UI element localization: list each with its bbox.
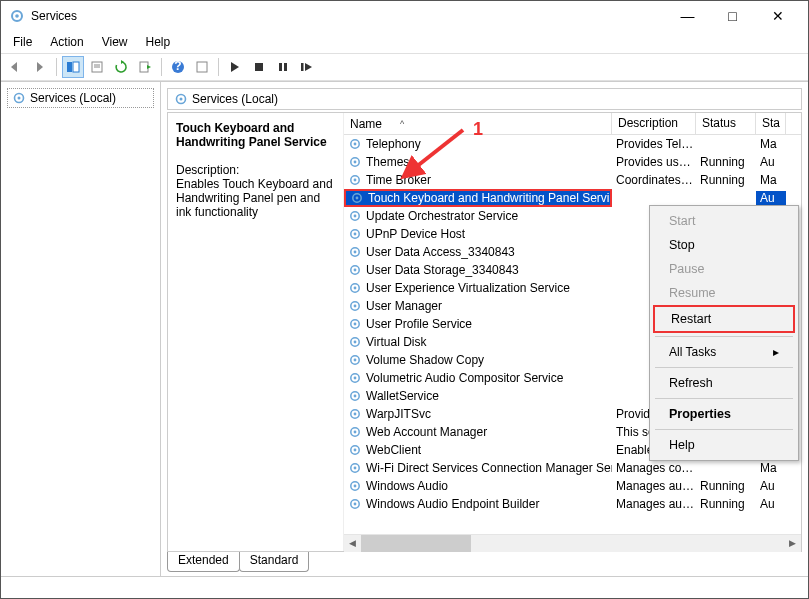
ctx-help[interactable]: Help bbox=[653, 433, 795, 457]
right-body: Touch Keyboard and Handwriting Panel Ser… bbox=[167, 112, 802, 552]
svg-rect-14 bbox=[197, 62, 207, 72]
gear-icon bbox=[348, 137, 362, 151]
minimize-button[interactable]: ― bbox=[665, 2, 710, 30]
column-description[interactable]: Description bbox=[612, 113, 696, 134]
service-name-cell: Volume Shadow Copy bbox=[344, 353, 612, 367]
svg-marker-15 bbox=[231, 62, 239, 72]
toolbar: ? bbox=[1, 53, 808, 81]
service-name-cell: WebClient bbox=[344, 443, 612, 457]
tree-pane: Services (Local) bbox=[1, 82, 161, 576]
gear-icon bbox=[174, 92, 188, 106]
service-name-cell: User Experience Virtualization Service bbox=[344, 281, 612, 295]
svg-point-32 bbox=[356, 197, 359, 200]
ctx-all-tasks[interactable]: All Tasks▸ bbox=[653, 340, 795, 364]
service-row[interactable]: Time BrokerCoordinates…RunningMa bbox=[344, 171, 801, 189]
gear-icon bbox=[348, 317, 362, 331]
scroll-left-button[interactable]: ◀ bbox=[344, 535, 361, 552]
gear-icon bbox=[348, 461, 362, 475]
gear-icon bbox=[348, 389, 362, 403]
ctx-stop[interactable]: Stop bbox=[653, 233, 795, 257]
gear-icon bbox=[348, 371, 362, 385]
service-name-cell: WarpJITSvc bbox=[344, 407, 612, 421]
refresh-button[interactable] bbox=[110, 56, 132, 78]
svg-point-40 bbox=[354, 269, 357, 272]
nav-forward-button[interactable] bbox=[29, 56, 51, 78]
service-name-cell: User Data Storage_3340843 bbox=[344, 263, 612, 277]
column-status[interactable]: Status bbox=[696, 113, 756, 134]
ctx-properties[interactable]: Properties bbox=[653, 402, 795, 426]
menu-action[interactable]: Action bbox=[42, 33, 91, 51]
service-row[interactable]: TelephonyProvides Tel…Ma bbox=[344, 135, 801, 153]
service-row[interactable]: ThemesProvides us…RunningAu bbox=[344, 153, 801, 171]
service-row[interactable]: Windows Audio Endpoint BuilderManages au… bbox=[344, 495, 801, 513]
svg-marker-2 bbox=[11, 62, 17, 72]
column-startup[interactable]: Sta bbox=[756, 113, 786, 134]
ctx-separator bbox=[655, 336, 793, 337]
svg-point-28 bbox=[354, 161, 357, 164]
svg-rect-19 bbox=[301, 63, 304, 71]
window-title: Services bbox=[31, 9, 665, 23]
svg-rect-4 bbox=[67, 62, 72, 72]
horizontal-scrollbar[interactable]: ◀ ▶ bbox=[344, 534, 801, 551]
tab-extended[interactable]: Extended bbox=[167, 552, 240, 572]
selected-service-title: Touch Keyboard and Handwriting Panel Ser… bbox=[176, 121, 335, 149]
pause-service-button[interactable] bbox=[272, 56, 294, 78]
menu-file[interactable]: File bbox=[5, 33, 40, 51]
svg-point-26 bbox=[354, 143, 357, 146]
stop-service-button[interactable] bbox=[248, 56, 270, 78]
service-row[interactable]: Windows AudioManages au…RunningAu bbox=[344, 477, 801, 495]
scroll-thumb[interactable] bbox=[361, 535, 471, 552]
svg-rect-18 bbox=[284, 63, 287, 71]
service-status-cell: Running bbox=[696, 497, 756, 511]
svg-marker-11 bbox=[147, 65, 151, 69]
ctx-restart[interactable]: Restart bbox=[653, 305, 795, 333]
service-status-cell: Running bbox=[696, 155, 756, 169]
gear-icon bbox=[348, 443, 362, 457]
help-button-2[interactable] bbox=[191, 56, 213, 78]
gear-icon bbox=[12, 91, 26, 105]
service-startup-cell: Au bbox=[756, 191, 786, 205]
help-button[interactable]: ? bbox=[167, 56, 189, 78]
statusbar bbox=[1, 576, 808, 598]
gear-icon bbox=[348, 497, 362, 511]
context-menu: Start Stop Pause Resume Restart All Task… bbox=[649, 205, 799, 461]
scroll-track[interactable] bbox=[361, 535, 784, 552]
ctx-start: Start bbox=[653, 209, 795, 233]
start-service-button[interactable] bbox=[224, 56, 246, 78]
menu-help[interactable]: Help bbox=[138, 33, 179, 51]
column-name[interactable]: Name^ bbox=[344, 113, 612, 134]
show-hide-tree-button[interactable] bbox=[62, 56, 84, 78]
svg-point-22 bbox=[18, 97, 21, 100]
service-name-cell: UPnP Device Host bbox=[344, 227, 612, 241]
properties-button[interactable] bbox=[86, 56, 108, 78]
service-desc-cell: Provides Tel… bbox=[612, 137, 696, 151]
gear-icon bbox=[350, 191, 364, 205]
menu-view[interactable]: View bbox=[94, 33, 136, 51]
ctx-pause: Pause bbox=[653, 257, 795, 281]
service-name-cell: Virtual Disk bbox=[344, 335, 612, 349]
gear-icon bbox=[348, 227, 362, 241]
svg-point-50 bbox=[354, 359, 357, 362]
service-row[interactable]: Wi-Fi Direct Services Connection Manager… bbox=[344, 459, 801, 477]
export-button[interactable] bbox=[134, 56, 156, 78]
service-name-cell: Windows Audio bbox=[344, 479, 612, 493]
svg-point-58 bbox=[354, 431, 357, 434]
maximize-button[interactable]: □ bbox=[710, 2, 755, 30]
scroll-right-button[interactable]: ▶ bbox=[784, 535, 801, 552]
service-desc-cell: Manages au… bbox=[612, 497, 696, 511]
svg-marker-3 bbox=[37, 62, 43, 72]
tab-standard[interactable]: Standard bbox=[239, 552, 310, 572]
tree-root-services-local[interactable]: Services (Local) bbox=[7, 88, 154, 108]
ctx-refresh[interactable]: Refresh bbox=[653, 371, 795, 395]
tree-root-label: Services (Local) bbox=[30, 91, 116, 105]
nav-back-button[interactable] bbox=[5, 56, 27, 78]
service-name-cell: Windows Audio Endpoint Builder bbox=[344, 497, 612, 511]
svg-rect-5 bbox=[73, 62, 79, 72]
service-name-cell: User Data Access_3340843 bbox=[344, 245, 612, 259]
close-button[interactable]: ✕ bbox=[755, 2, 800, 30]
right-pane-title: Services (Local) bbox=[192, 92, 278, 106]
right-pane-header: Services (Local) bbox=[167, 88, 802, 110]
restart-service-button[interactable] bbox=[296, 56, 318, 78]
window-controls: ― □ ✕ bbox=[665, 2, 800, 30]
ctx-separator bbox=[655, 429, 793, 430]
